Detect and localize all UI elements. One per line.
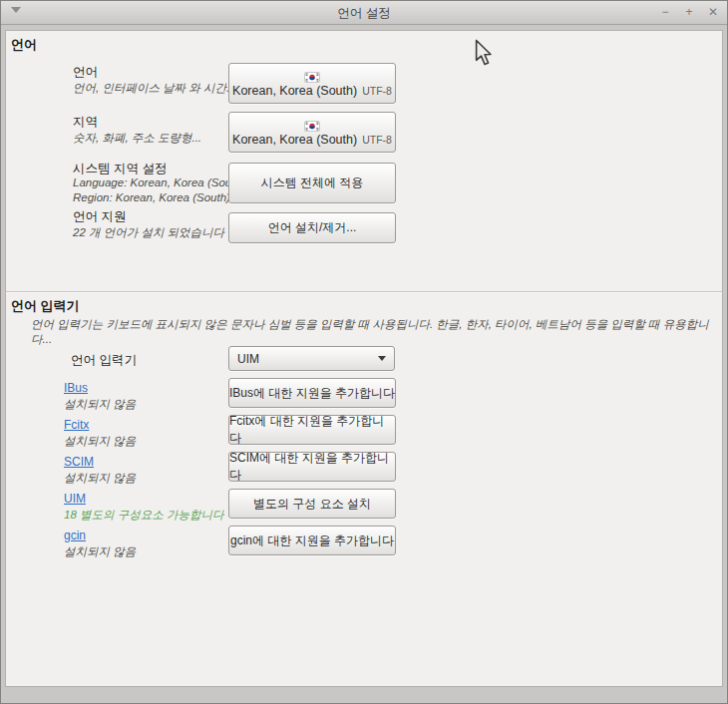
- ibus-add-support-button[interactable]: IBus에 대한 지원을 추가합니다: [228, 378, 396, 408]
- system-locale-line2: Region: Korean, Korea (South): [73, 191, 230, 203]
- ibus-status: 설치되지 않음: [64, 397, 136, 412]
- language-button-encoding: UTF-8: [362, 85, 392, 97]
- system-locale-line1: Language: Korean, Korea (South): [73, 176, 245, 188]
- input-method-dropdown-value: UIM: [237, 352, 259, 366]
- language-subtitle: 언어, 인터페이스 날짜 와 시간...: [73, 81, 236, 96]
- fcitx-link[interactable]: Fcitx: [64, 418, 89, 432]
- language-section-header: 언어: [11, 36, 37, 54]
- chevron-down-icon: [378, 356, 386, 361]
- scim-add-support-button[interactable]: SCIM에 대한 지원을 추가합니다: [228, 452, 396, 482]
- fcitx-add-support-button[interactable]: Fcitx에 대한 지원을 추가합니다: [228, 415, 396, 445]
- gcin-link[interactable]: gcin: [64, 528, 86, 542]
- region-button-encoding: UTF-8: [362, 134, 392, 146]
- uim-status: 18 별도의 구성요소 가능합니다: [64, 508, 223, 523]
- south-korea-flag-icon: [304, 72, 320, 83]
- language-support-label: 언어 지원: [73, 208, 126, 225]
- system-locale-label: 시스템 지역 설정: [73, 161, 167, 177]
- close-button[interactable]: ✕: [707, 1, 719, 24]
- apply-system-wide-button[interactable]: 시스템 전체에 적용: [228, 163, 396, 203]
- language-label: 언어: [73, 64, 98, 81]
- language-support-subtitle: 22 개 언어가 설치 되었습니다: [73, 225, 224, 240]
- maximize-button[interactable]: +: [683, 1, 695, 24]
- input-method-section-header: 언어 입력기: [11, 297, 80, 315]
- south-korea-flag-icon: [304, 121, 320, 132]
- window-title: 언어 설정: [1, 5, 727, 22]
- language-select-button[interactable]: Korean, Korea (South)UTF-8: [228, 63, 396, 104]
- language-settings-window: 언어 설정 − + ✕ 언어 언어 언어, 인터페이스 날짜 와 시간... K…: [0, 0, 728, 704]
- input-method-dropdown[interactable]: UIM: [228, 346, 395, 371]
- input-method-description: 언어 입력기는 키보드에 표시되지 않은 문자나 심벌 등을 입력할 때 사용됩…: [31, 317, 715, 347]
- uim-install-components-button[interactable]: 별도의 구성 요소 설치: [228, 489, 396, 519]
- language-button-value: Korean, Korea (South): [232, 84, 357, 98]
- input-method-selector-label: 언어 입력기: [71, 352, 137, 369]
- region-button-value: Korean, Korea (South): [232, 133, 357, 147]
- scim-status: 설치되지 않음: [64, 471, 136, 486]
- titlebar[interactable]: 언어 설정 − + ✕: [1, 1, 727, 25]
- install-remove-languages-button[interactable]: 언어 설치/제거...: [228, 212, 396, 243]
- gcin-status: 설치되지 않음: [64, 544, 136, 559]
- region-subtitle: 숫자, 화폐, 주소 도량형...: [73, 131, 201, 146]
- region-label: 지역: [73, 114, 98, 131]
- scim-link[interactable]: SCIM: [64, 455, 94, 469]
- minimize-button[interactable]: −: [659, 1, 671, 24]
- uim-link[interactable]: UIM: [64, 492, 86, 506]
- ibus-link[interactable]: IBus: [64, 381, 88, 395]
- region-select-button[interactable]: Korean, Korea (South)UTF-8: [228, 112, 396, 153]
- fcitx-status: 설치되지 않음: [64, 434, 136, 449]
- gcin-add-support-button[interactable]: gcin에 대한 지원을 추가합니다: [228, 526, 396, 555]
- section-divider: [6, 291, 722, 293]
